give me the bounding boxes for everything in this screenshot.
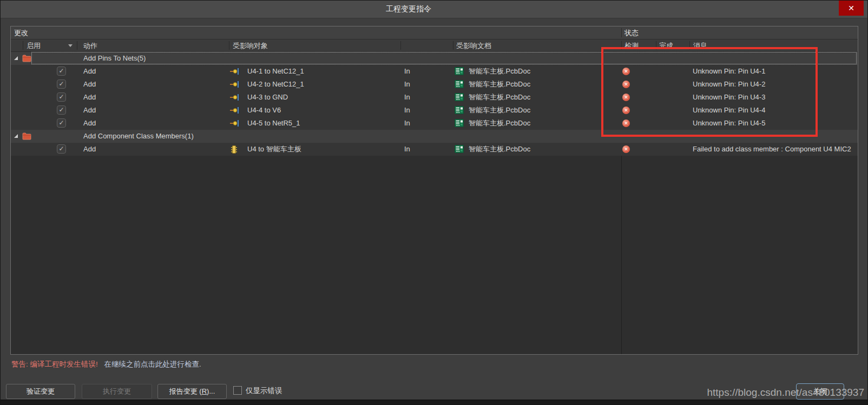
- table-row[interactable]: ✓AddU4-1 to NetC12_1In智能车主板.PcbDoc✕Unkno…: [11, 65, 858, 78]
- cell-action: Add: [83, 104, 96, 117]
- pin-icon: [230, 93, 240, 103]
- cell-direction: In: [404, 104, 410, 117]
- row-checkbox[interactable]: ✓: [57, 79, 66, 89]
- table-row[interactable]: ✓AddU4-2 to NetC12_1In智能车主板.PcbDoc✕Unkno…: [11, 78, 858, 91]
- group-row[interactable]: Add Pins To Nets(5): [11, 52, 858, 65]
- pin-icon: [230, 80, 240, 90]
- cell-message: Failed to add class member : Component U…: [693, 143, 851, 156]
- ecd-dialog: 工程变更指令 ✕ 更改 状态 启用 动作 受影响对象 受影响文档 检测 完成 消…: [0, 0, 868, 405]
- col-check[interactable]: 检测: [624, 39, 639, 52]
- cell-direction: In: [404, 78, 410, 91]
- cell-direction: In: [404, 65, 410, 78]
- group-label: Add Pins To Nets(5): [83, 52, 146, 65]
- window-bottom-edge: [1, 400, 867, 404]
- folder-icon: [22, 132, 31, 142]
- cell-affected-object: U4 to 智能车主板: [247, 143, 301, 156]
- cell-affected-object: U4-4 to V6: [247, 104, 281, 117]
- dialog-title: 工程变更指令: [1, 1, 817, 17]
- report-label-key: R: [202, 387, 207, 395]
- error-status-icon: ✕: [622, 119, 630, 127]
- row-checkbox[interactable]: ✓: [57, 105, 66, 115]
- filter-dropdown-icon[interactable]: [68, 44, 73, 47]
- cell-action: Add: [83, 143, 96, 156]
- table-body: Add Pins To Nets(5)✓AddU4-1 to NetC12_1I…: [11, 52, 858, 354]
- cell-affected-document: 智能车主板.PcbDoc: [469, 78, 530, 91]
- band-changes: 更改: [14, 26, 28, 39]
- table-row[interactable]: ✓AddU4-4 to V6In智能车主板.PcbDoc✕Unknown Pin…: [11, 104, 858, 117]
- pin-icon: [230, 106, 240, 116]
- error-status-icon: ✕: [622, 68, 630, 75]
- pcb-document-icon: [455, 106, 464, 116]
- cell-direction: In: [404, 91, 410, 104]
- component-icon: [230, 145, 238, 156]
- col-enable[interactable]: 启用: [27, 39, 41, 52]
- validate-changes-button[interactable]: 验证变更: [6, 384, 75, 399]
- group-label: Add Component Class Members(1): [83, 130, 194, 143]
- cell-affected-document: 智能车主板.PcbDoc: [469, 143, 530, 156]
- table-column-headers: 启用 动作 受影响对象 受影响文档 检测 完成 消息: [11, 39, 858, 52]
- expander-icon[interactable]: [14, 56, 18, 60]
- table-group-band: 更改 状态: [11, 26, 858, 39]
- warning-error-text: 警告: 编译工程时发生错误!: [11, 360, 98, 368]
- cell-affected-object: U4-5 to NetR5_1: [247, 117, 300, 130]
- only-errors-checkbox[interactable]: [233, 386, 242, 395]
- cell-message: Unknown Pin: Pin U4-3: [693, 91, 765, 104]
- warning-hint-text[interactable]: 在继续之前点击此处进行检查.: [104, 360, 201, 368]
- cell-action: Add: [83, 65, 96, 78]
- col-message[interactable]: 消息: [693, 39, 707, 52]
- only-errors-label: 仅显示错误: [246, 384, 282, 398]
- close-dialog-button[interactable]: 关闭: [796, 383, 844, 400]
- changes-table: 更改 状态 启用 动作 受影响对象 受影响文档 检测 完成 消息 Add Pin…: [10, 26, 858, 355]
- pcb-document-icon: [455, 80, 464, 90]
- cell-direction: In: [404, 143, 410, 156]
- cell-affected-object: U4-1 to NetC12_1: [247, 65, 304, 78]
- cell-affected-document: 智能车主板.PcbDoc: [469, 104, 530, 117]
- pcb-document-icon: [455, 145, 464, 155]
- pcb-document-icon: [455, 93, 464, 103]
- pin-icon: [230, 67, 240, 77]
- cell-message: Unknown Pin: Pin U4-4: [693, 104, 765, 117]
- report-label-prefix: 报告变更 (: [169, 387, 202, 395]
- row-selection-outline: [31, 52, 857, 64]
- cell-affected-object: U4-2 to NetC12_1: [247, 78, 304, 91]
- cell-action: Add: [83, 78, 96, 91]
- folder-icon: [22, 55, 31, 64]
- cell-message: Unknown Pin: Pin U4-1: [693, 65, 765, 78]
- title-bar: 工程变更指令 ✕: [1, 1, 867, 18]
- cell-action: Add: [83, 91, 96, 104]
- cell-affected-object: U4-3 to GND: [247, 91, 288, 104]
- cell-affected-document: 智能车主板.PcbDoc: [469, 65, 530, 78]
- error-status-icon: ✕: [622, 107, 630, 114]
- cell-affected-document: 智能车主板.PcbDoc: [469, 91, 530, 104]
- cell-message: Unknown Pin: Pin U4-2: [693, 78, 765, 91]
- report-changes-button[interactable]: 报告变更 (R)...: [157, 384, 227, 399]
- row-checkbox[interactable]: ✓: [57, 144, 66, 154]
- band-status: 状态: [624, 26, 639, 39]
- group-row[interactable]: Add Component Class Members(1): [11, 130, 858, 143]
- compile-warning[interactable]: 警告: 编译工程时发生错误! 在继续之前点击此处进行检查.: [11, 360, 201, 369]
- table-row[interactable]: ✓AddU4 to 智能车主板In智能车主板.PcbDoc✕Failed to …: [11, 143, 858, 156]
- table-row[interactable]: ✓AddU4-5 to NetR5_1In智能车主板.PcbDoc✕Unknow…: [11, 117, 858, 130]
- expander-icon[interactable]: [14, 134, 18, 138]
- row-checkbox[interactable]: ✓: [57, 118, 66, 128]
- cell-affected-document: 智能车主板.PcbDoc: [469, 117, 530, 130]
- error-status-icon: ✕: [622, 145, 630, 153]
- close-icon[interactable]: ✕: [839, 1, 864, 16]
- report-label-suffix: )...: [207, 387, 215, 395]
- cell-action: Add: [83, 117, 96, 130]
- pcb-document-icon: [455, 119, 464, 129]
- col-done[interactable]: 完成: [659, 39, 673, 52]
- table-row[interactable]: ✓AddU4-3 to GNDIn智能车主板.PcbDoc✕Unknown Pi…: [11, 91, 858, 104]
- col-affected-document[interactable]: 受影响文档: [456, 39, 491, 52]
- pcb-document-icon: [455, 67, 464, 77]
- error-status-icon: ✕: [622, 81, 630, 88]
- pin-icon: [230, 119, 240, 129]
- cell-message: Unknown Pin: Pin U4-5: [693, 117, 765, 130]
- cell-direction: In: [404, 117, 410, 130]
- execute-changes-button: 执行变更: [82, 384, 152, 399]
- row-checkbox[interactable]: ✓: [57, 92, 66, 102]
- col-action[interactable]: 动作: [83, 39, 97, 52]
- error-status-icon: ✕: [622, 94, 630, 101]
- col-affected-object[interactable]: 受影响对象: [233, 39, 268, 52]
- row-checkbox[interactable]: ✓: [57, 67, 66, 76]
